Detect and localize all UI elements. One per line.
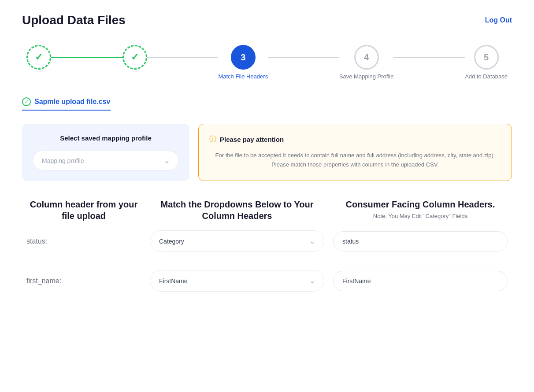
step-1-check-icon: ✓ [35, 52, 43, 63]
step-3-label: Match File Headers [218, 73, 268, 80]
step-5-circle: 5 [474, 45, 499, 70]
connector-1-2 [51, 57, 122, 58]
step-5-number: 5 [484, 52, 489, 63]
col3-header-text: Consumer Facing Column Headers. [333, 199, 508, 210]
attention-header: ⓘ Please pay attention [209, 135, 501, 144]
connector-4-5 [393, 57, 465, 58]
step-1: ✓ [26, 45, 51, 73]
row-1-label-cell: first_name: [26, 277, 141, 285]
row-0-label-cell: status: [26, 237, 141, 245]
row-1-dropdown-value: FirstName [159, 277, 188, 285]
mapping-card: Select saved mapping profile Mapping pro… [22, 124, 189, 181]
content-area: Select saved mapping profile Mapping pro… [22, 124, 512, 181]
file-tab-label: Sapmle upload file.csv [34, 98, 111, 106]
step-2-check-icon: ✓ [131, 52, 139, 63]
col1-header-text: Column header from your file upload [26, 199, 141, 222]
col1-header: Column header from your file upload [26, 199, 141, 222]
step-2-circle: ✓ [122, 45, 147, 70]
page-header: Upload Data Files Log Out [22, 13, 512, 27]
data-rows-container: status: Category ⌄ first_name: FirstName… [22, 230, 512, 292]
stepper: ✓ ✓ 3 Match File Headers 4 Save Mapping … [22, 45, 512, 80]
mapping-profile-dropdown[interactable]: Mapping profile ⌄ [33, 151, 179, 170]
step-4-label: Save Mapping Profile [339, 73, 394, 80]
row-0-input[interactable] [333, 231, 508, 251]
step-3: 3 Match File Headers [218, 45, 268, 80]
col3-header: Consumer Facing Column Headers. Note, Yo… [333, 199, 508, 222]
divider-1 [26, 261, 508, 261]
row-1-dropdown-arrow-icon: ⌄ [309, 277, 315, 285]
step-2: ✓ [122, 45, 147, 73]
row-1-input[interactable] [333, 271, 508, 291]
table-row: first_name: FirstName ⌄ [22, 270, 512, 292]
row-1-label: first_name: [26, 277, 66, 285]
row-0-dropdown[interactable]: Category ⌄ [150, 230, 324, 252]
row-1-dropdown[interactable]: FirstName ⌄ [150, 270, 324, 292]
step-5: 5 Add to Database [465, 45, 508, 80]
mapping-profile-arrow-icon: ⌄ [164, 156, 170, 165]
columns-header: Column header from your file upload Matc… [22, 199, 512, 222]
row-0-dropdown-value: Category [159, 238, 184, 245]
file-tab[interactable]: ✓ Sapmle upload file.csv [22, 97, 111, 111]
logout-link[interactable]: Log Out [485, 16, 512, 24]
attention-title: Please pay attention [220, 136, 284, 143]
connector-3-4 [268, 57, 339, 58]
step-1-circle: ✓ [26, 45, 51, 70]
step-3-number: 3 [241, 52, 245, 63]
step-3-circle: 3 [231, 45, 256, 70]
step-4: 4 Save Mapping Profile [339, 45, 394, 80]
connector-2-3 [147, 57, 219, 58]
col3-header-note: Note, You May Edit "Category" Fields [333, 213, 508, 219]
mapping-card-title: Select saved mapping profile [33, 134, 179, 142]
attention-info-icon: ⓘ [209, 135, 216, 144]
page-title: Upload Data Files [22, 13, 126, 27]
table-row: status: Category ⌄ [22, 230, 512, 252]
step-5-label: Add to Database [465, 73, 508, 80]
step-4-circle: 4 [354, 45, 379, 70]
attention-text: For the file to be accepted it needs to … [209, 151, 501, 170]
row-0-label: status: [26, 237, 52, 245]
attention-card: ⓘ Please pay attention For the file to b… [198, 124, 512, 181]
col2-header: Match the Dropdowns Below to Your Column… [150, 199, 324, 222]
row-0-dropdown-arrow-icon: ⌄ [309, 237, 315, 245]
step-4-number: 4 [364, 52, 369, 63]
tab-check-icon: ✓ [22, 97, 31, 106]
col2-header-text: Match the Dropdowns Below to Your Column… [150, 199, 324, 222]
mapping-profile-placeholder: Mapping profile [42, 157, 84, 164]
